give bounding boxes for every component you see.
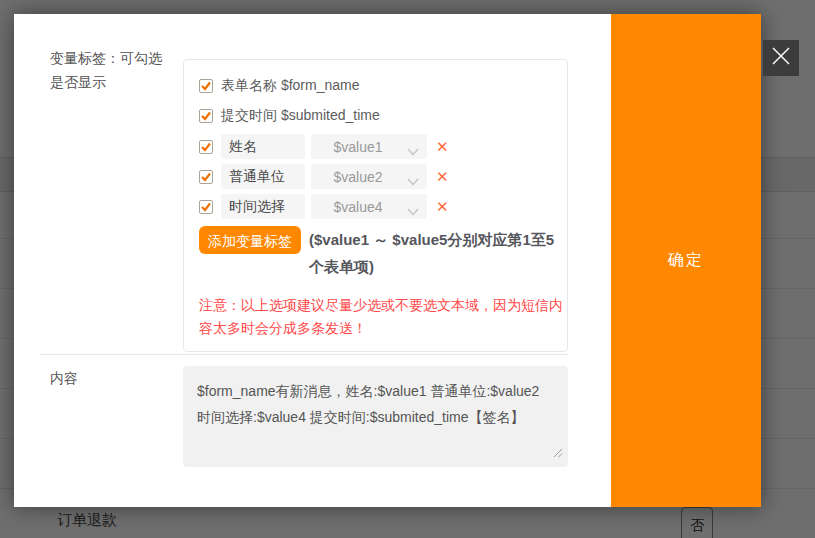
close-button[interactable]	[763, 40, 799, 76]
sms-content-textarea[interactable]: $form_name有新消息，姓名:$value1 普通单位:$value2 时…	[183, 366, 568, 467]
add-variable-tag-button[interactable]: 添加变量标签	[199, 226, 301, 254]
chevron-down-icon	[407, 173, 419, 189]
close-icon	[770, 45, 792, 71]
variable-row-submit-time: 提交时间 $submited_time	[199, 107, 380, 125]
value-select[interactable]: $value1	[311, 134, 427, 159]
selected-value: $value1	[333, 139, 382, 155]
confirm-panel: 确定	[611, 14, 761, 507]
checkbox-checked-icon[interactable]	[199, 200, 213, 214]
selected-value: $value4	[333, 199, 382, 215]
checkbox-checked-icon[interactable]	[199, 140, 213, 154]
resize-handle-icon[interactable]	[553, 444, 563, 462]
add-variable-row: 添加变量标签 ($value1 ～ $value5分别对应第1至5个表单项)	[199, 226, 557, 280]
variable-tags-label: 变量标签：可勾选是否显示	[50, 46, 166, 94]
sms-warning-text: 注意：以上选项建议尽量少选或不要选文本域，因为短信内容太多时会分成多条发送！	[199, 294, 563, 340]
section-divider	[40, 354, 568, 355]
variable-tags-box: 表单名称 $form_name 提交时间 $submited_time 姓名 $…	[183, 59, 568, 352]
checkbox-checked-icon[interactable]	[199, 109, 213, 123]
delete-row-icon[interactable]: ✕	[436, 134, 449, 159]
variable-row-label: 表单名称 $form_name	[221, 77, 359, 95]
checkbox-checked-icon[interactable]	[199, 79, 213, 93]
variable-row-time-select: 时间选择 $value4 ✕	[199, 194, 449, 219]
field-name-box: 时间选择	[221, 194, 305, 219]
variable-row-unit: 普通单位 $value2 ✕	[199, 164, 449, 189]
variable-range-hint: ($value1 ～ $value5分别对应第1至5个表单项)	[309, 231, 554, 275]
confirm-button[interactable]: 确定	[668, 250, 704, 271]
chevron-down-icon	[407, 203, 419, 219]
variable-row-name: 姓名 $value1 ✕	[199, 134, 449, 159]
field-name-box: 普通单位	[221, 164, 305, 189]
variable-row-label: 提交时间 $submited_time	[221, 107, 380, 125]
delete-row-icon[interactable]: ✕	[436, 164, 449, 189]
content-textarea-wrap: $form_name有新消息，姓名:$value1 普通单位:$value2 时…	[183, 366, 568, 467]
field-name-box: 姓名	[221, 134, 305, 159]
value-select[interactable]: $value2	[311, 164, 427, 189]
selected-value: $value2	[333, 169, 382, 185]
chevron-down-icon	[407, 143, 419, 159]
content-label: 内容	[50, 370, 78, 388]
checkbox-checked-icon[interactable]	[199, 170, 213, 184]
variable-row-form-name: 表单名称 $form_name	[199, 77, 359, 95]
sms-variable-dialog: 变量标签：可勾选是否显示 表单名称 $form_name 提交时间 $submi…	[14, 14, 761, 507]
value-select[interactable]: $value4	[311, 194, 427, 219]
delete-row-icon[interactable]: ✕	[436, 194, 449, 219]
